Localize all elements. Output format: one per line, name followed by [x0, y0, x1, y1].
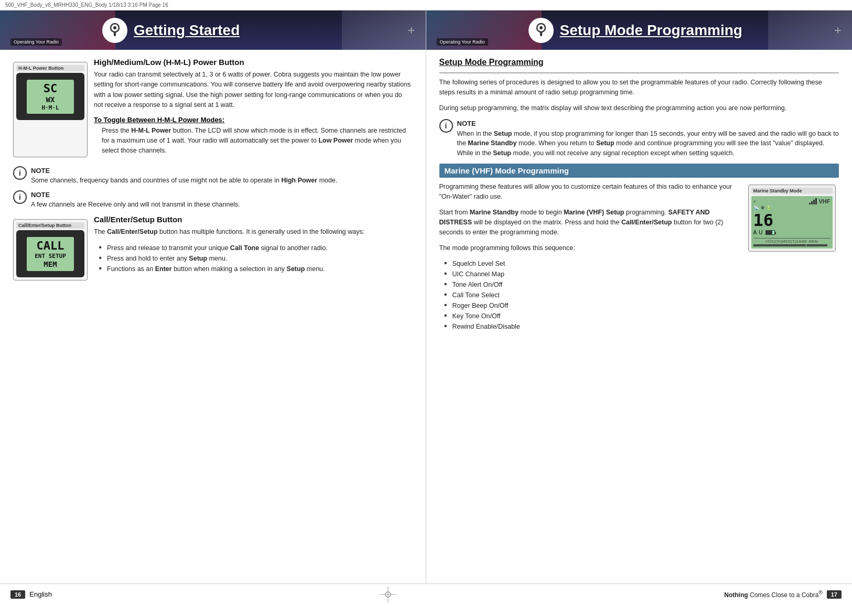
marine-channel-num: 16	[753, 212, 774, 229]
marine-a-icon: A	[753, 230, 757, 235]
svg-rect-7	[811, 201, 813, 204]
setup-note-title: NOTE	[457, 118, 839, 129]
left-banner-crosshair: +	[407, 23, 415, 38]
note2-icon: i	[13, 190, 27, 204]
call-body: The Call/Enter/Setup button has multiple…	[94, 227, 413, 237]
note2-body: A few channels are Receive only and will…	[31, 200, 240, 210]
left-banner: Operating Your Radio Getting Started +	[0, 10, 426, 50]
call-mem-text: MEM	[44, 260, 57, 268]
footer-center	[380, 587, 396, 602]
marine-body3: The mode programming follows this sequen…	[439, 243, 737, 253]
marine-bullet-list: Squelch Level Set UIC Channel Map Tone A…	[439, 258, 737, 332]
setup-note: i NOTE When in the Setup mode, if you st…	[439, 118, 839, 158]
call-bullet-3: Functions as an Enter button when making…	[99, 264, 413, 274]
center-crosshair	[380, 587, 396, 602]
call-section: Call/Enter/Setup Button CALL ENT SETUP M…	[13, 215, 413, 285]
setup-section: Setup Mode Programming	[439, 58, 839, 73]
marine-lcd-top: ♪ VHF	[753, 198, 831, 204]
hml-device-label: H-M-L Power Button	[16, 65, 84, 71]
marine-standby-box: Marine Standby Mode ♪	[748, 185, 836, 252]
hml-note2: i NOTE A few channels are Receive only a…	[13, 190, 413, 210]
note1-icon: i	[13, 166, 27, 180]
setup-note-content: NOTE When in the Setup mode, if you stop…	[457, 118, 839, 158]
left-banner-title: Getting Started	[134, 22, 240, 39]
marine-lcd-bottom: VOX|CH|MED|T|SAME MEM	[753, 236, 831, 246]
marine-standby-col: Marine Standby Mode ♪	[745, 182, 839, 334]
right-content: Setup Mode Programming The following ser…	[426, 50, 853, 583]
marine-lcd-icons: VHF	[809, 198, 831, 204]
right-banner-label: Operating Your Radio	[437, 38, 488, 46]
setup-title: Setup Mode Programming	[439, 58, 839, 67]
call-screen: CALL ENT SETUP MEM	[27, 237, 74, 271]
marine-lcd-main: 16	[753, 212, 831, 229]
marine-text-col: Programming these features will allow yo…	[439, 182, 737, 334]
cobra-tagline: Nothing Comes Close to a Cobra®	[724, 590, 822, 599]
marine-bullet-1: Squelch Level Set	[445, 258, 737, 269]
footer-language: English	[29, 590, 52, 598]
print-header: 500_VHF_Body_v8_MRHH330_ENG_Body 1/18/13…	[0, 0, 852, 10]
hml-hml-text: H·M·L	[41, 104, 59, 111]
hml-screen: SC WX H·M·L	[27, 80, 74, 114]
svg-rect-2	[114, 32, 116, 36]
marine-standby-label: Marine Standby Mode	[751, 188, 833, 194]
marine-lcd-note-icon: ♪	[753, 198, 756, 204]
call-ent-text: ENT SETUP	[35, 253, 66, 260]
hml-section-title: High/Medium/Low (H-M-L) Power Button	[94, 58, 413, 67]
call-bullet-list: Press and release to transmit your uniqu…	[94, 243, 413, 274]
setup-note-body: When in the Setup mode, if you stop prog…	[457, 129, 839, 158]
svg-rect-6	[809, 203, 811, 204]
hml-wx-text: WX	[46, 95, 55, 104]
hml-section: H-M-L Power Button SC WX H·M·L High/Medi	[13, 58, 413, 161]
marine-body1: Programming these features will allow yo…	[439, 182, 737, 202]
note1-content: NOTE Some channels, frequency bands and …	[31, 166, 337, 186]
svg-point-1	[113, 26, 116, 29]
cobra-registered: ®	[818, 590, 822, 596]
marine-bottom-labels: VOX|CH|MED|T|SAME MEM	[753, 238, 831, 243]
note1-title: NOTE	[31, 166, 337, 176]
hml-device-box: H-M-L Power Button SC WX H·M·L	[13, 62, 88, 157]
call-device-display: CALL ENT SETUP MEM	[16, 230, 84, 277]
call-bullet-1: Press and release to transmit your uniqu…	[99, 243, 413, 253]
left-banner-label: Operating Your Radio	[10, 38, 62, 46]
right-banner-crosshair: +	[834, 23, 842, 38]
marine-bullet-5: Roger Beep On/Off	[445, 300, 737, 311]
marine-vhf-header: Marine (VHF) Mode Programming	[439, 164, 839, 178]
call-call-text: CALL	[37, 239, 64, 252]
marine-bullet-2: UIC Channel Map	[445, 269, 737, 279]
right-banner-title: Setup Mode Programming	[560, 22, 742, 39]
hml-sc-text: SC	[44, 82, 58, 95]
hml-device-display: SC WX H·M·L	[16, 73, 84, 120]
left-banner-icon	[102, 18, 127, 43]
footer-right: Nothing Comes Close to a Cobra® 17	[724, 590, 842, 599]
marine-progress-bars	[753, 244, 831, 246]
marine-bullet-4: Call Tone Select	[445, 290, 737, 300]
marine-u-icon: U	[759, 230, 762, 235]
call-device-box: Call/Enter/Setup Button CALL ENT SETUP M…	[13, 219, 88, 280]
right-page-number: 17	[827, 590, 842, 599]
left-page-number: 16	[10, 590, 25, 599]
svg-rect-5	[540, 32, 542, 36]
svg-rect-9	[815, 198, 817, 204]
hml-body: Your radio can transmit selectively at 1…	[94, 70, 413, 111]
left-page: Operating Your Radio Getting Started + H	[0, 10, 426, 583]
marine-bullet-3: Tone Alert On/Off	[445, 279, 737, 290]
right-banner-icon	[529, 18, 554, 43]
right-page: Operating Your Radio Setup Mode Programm…	[426, 10, 853, 583]
note2-content: NOTE A few channels are Receive only and…	[31, 190, 240, 210]
setup-body1: The following series of procedures is de…	[439, 78, 839, 98]
cobra-nothing: Nothing	[724, 591, 748, 599]
right-banner: Operating Your Radio Setup Mode Programm…	[426, 10, 853, 50]
marine-bullet-6: Key Tone On/Off	[445, 311, 737, 321]
call-bullet-2: Press and hold to enter any Setup menu.	[99, 253, 413, 264]
marine-bullet-7: Rewind Enable/Disable	[445, 321, 737, 332]
marine-section-inner: Programming these features will allow yo…	[439, 182, 839, 334]
call-text-content: Call/Enter/Setup Button The Call/Enter/S…	[94, 215, 413, 285]
hml-toggle-title: To Toggle Between H-M-L Power Modes:	[94, 116, 413, 124]
footer-left: 16 English	[10, 590, 52, 599]
svg-rect-8	[813, 200, 815, 204]
note1-body: Some channels, frequency bands and count…	[31, 176, 337, 186]
marine-body2: Start from Marine Standby mode to begin …	[439, 208, 737, 238]
left-content: H-M-L Power Button SC WX H·M·L High/Medi	[0, 50, 426, 583]
footer: 16 English Nothing Comes Close to a Cobr…	[0, 583, 852, 604]
call-section-title: Call/Enter/Setup Button	[94, 215, 413, 224]
